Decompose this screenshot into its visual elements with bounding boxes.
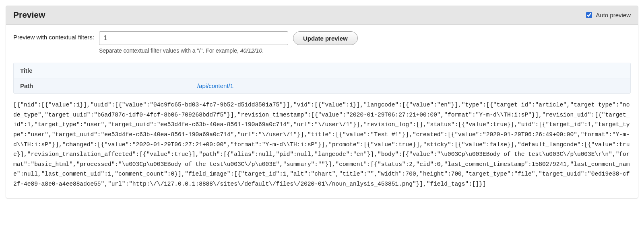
help-example: 40/12/10 [240, 47, 262, 54]
meta-title-value [191, 63, 630, 78]
contextual-filter-label: Preview with contextual filters: [13, 31, 94, 41]
preview-panel: Preview Auto preview Preview with contex… [6, 6, 638, 198]
meta-path-label: Path [14, 78, 191, 93]
meta-path-value: /api/content/1 [191, 78, 630, 93]
update-preview-button[interactable]: Update preview [293, 31, 358, 45]
contextual-filter-input[interactable] [99, 31, 288, 45]
help-text: Separate contextual filter values with a… [99, 47, 240, 54]
contextual-filter-help: Separate contextual filter values with a… [99, 47, 288, 54]
auto-preview-checkbox[interactable] [586, 12, 592, 18]
json-output: [{"nid":[{"value":1}],"uuid":[{"value":"… [13, 98, 631, 195]
meta-title-label: Title [14, 63, 191, 78]
help-suffix: . [262, 47, 264, 54]
auto-preview-label: Auto preview [596, 12, 631, 18]
panel-body: Preview with contextual filters: Separat… [6, 25, 638, 198]
preview-meta-table: Title Path /api/content/1 [13, 63, 631, 94]
panel-header: Preview Auto preview [6, 6, 638, 25]
auto-preview-toggle[interactable]: Auto preview [584, 11, 631, 19]
meta-path-link[interactable]: /api/content/1 [197, 82, 233, 89]
contextual-filter-row: Preview with contextual filters: Separat… [13, 31, 631, 54]
meta-row-title: Title [14, 63, 630, 78]
panel-title: Preview [13, 10, 45, 20]
meta-row-path: Path /api/content/1 [14, 78, 630, 93]
